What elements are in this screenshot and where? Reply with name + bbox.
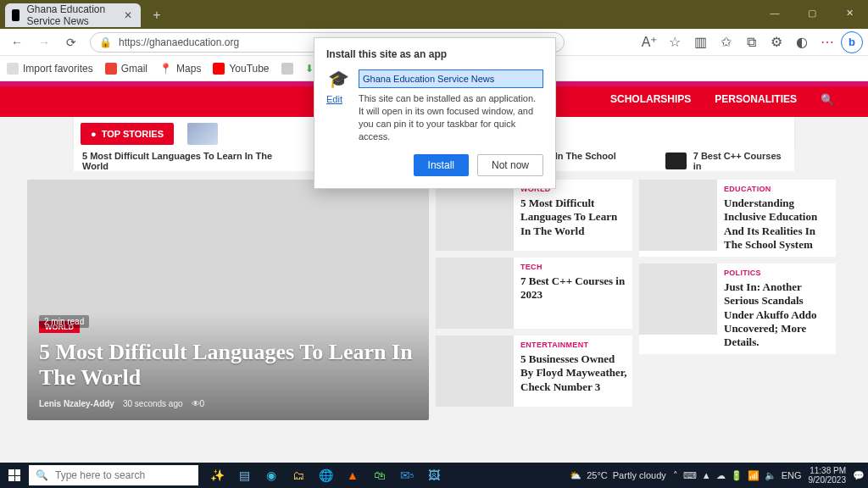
back-button[interactable]: ← [5,30,29,54]
card-thumb [639,180,717,251]
dialog-title: Install this site as an app [326,48,543,60]
card-title: 5 Most Difficult Languages To Learn In T… [520,197,627,238]
article-card[interactable]: WORLD5 Most Difficult Languages To Learn… [436,180,632,251]
store-icon[interactable]: 🛍 [368,463,392,488]
bookmark-import-favorites[interactable]: Import favorites [7,63,93,75]
clock-date: 9/20/2023 [809,475,847,485]
mail-icon[interactable]: ✉5 [395,463,419,488]
hero-meta: Lenis Nzaley-Addy 30 seconds ago 👁0 [39,399,417,408]
collections-icon[interactable]: ⧉ [739,30,763,54]
weather-icon: ⛅ [570,470,581,481]
import-icon [7,63,19,75]
maps-icon: 📍 [159,63,172,75]
top-stories-badge: ● TOP STORIES [81,123,174,145]
maximize-button[interactable]: ▢ [793,0,831,25]
hero-article[interactable]: 2 min read WORLD 5 Most Difficult Langua… [27,180,429,420]
new-tab-button[interactable]: + [146,4,168,26]
card-thumb [436,258,514,329]
card-category: ENTERTAINMENT [520,341,627,349]
article-card[interactable]: EDUCATIONUnderstanding Inclusive Educati… [639,180,836,257]
card-category: TECH [520,263,627,271]
page-icon [281,63,293,75]
clock-time: 11:38 PM [809,466,847,475]
bookmark-maps[interactable]: 📍Maps [159,63,201,75]
search-placeholder: Type here to search [55,469,145,481]
refresh-button[interactable]: ⟳ [59,30,83,54]
hero-views: 👁0 [192,399,205,408]
weather-text: Partly cloudy [613,470,666,480]
onedrive-icon[interactable]: ▲ [702,470,711,480]
bookmark-gmail[interactable]: Gmail [105,63,147,75]
more-menu-icon[interactable]: ⋯ [815,30,839,54]
file-explorer-icon[interactable]: 🗂 [287,463,310,488]
card-thumb [436,180,514,251]
card-title: 7 Best C++ Courses in 2023 [520,274,627,302]
nav-personalities[interactable]: PERSONALITIES [715,93,797,105]
vlc-icon[interactable]: ▲ [341,463,364,488]
url-text: https://ghanaeducation.org [119,36,239,48]
article-column-1: WORLD5 Most Difficult Languages To Learn… [436,180,632,420]
network-icon[interactable]: 📶 [748,470,760,481]
not-now-button[interactable]: Not now [477,154,543,176]
reader-icon[interactable]: A⁺ [637,30,661,54]
weather-widget[interactable]: ⛅ 25°C Partly cloudy [570,470,666,481]
article-card[interactable]: ENTERTAINMENT5 Businesses Owned By Floyd… [436,336,632,407]
volume-icon[interactable]: 🔈 [765,470,776,481]
dot-icon: ● [91,129,97,139]
bing-chat-icon[interactable]: b [841,31,863,53]
bookmark-blank-1[interactable] [281,63,293,75]
profile-avatar[interactable]: ◐ [790,30,814,54]
task-view-icon[interactable]: ▤ [232,463,256,488]
windows-logo-icon [8,469,20,481]
app-icon: 🎓 [326,69,350,89]
window-titlebar: Ghana Education Service News ✕ + — ▢ ✕ [0,0,868,29]
copilot-icon[interactable]: ✨ [205,463,229,488]
taskbar-pinned-apps: ✨ ▤ ◉ 🗂 🌐 ▲ 🛍 ✉5 🖼 [205,463,446,488]
app-name-input[interactable]: Ghana Education Service News [359,69,543,88]
article-grid: 2 min read WORLD 5 Most Difficult Langua… [27,180,841,420]
nav-search-icon[interactable]: 🔍 [821,93,834,106]
article-card[interactable]: POLITICSJust In: Another Serious Scandal… [639,263,836,354]
card-category: POLITICS [724,269,831,277]
lock-icon: 🔒 [99,36,112,48]
weather-temp: 25°C [587,470,608,480]
hero-author: Lenis Nzaley-Addy [39,399,114,408]
card-thumb [639,263,717,335]
bookmark-youtube[interactable]: YouTube [213,63,269,75]
favorite-icon[interactable]: ☆ [663,30,687,54]
tray-chevron-icon[interactable]: ˄ [673,470,678,481]
install-app-dialog: Install this site as an app 🎓 Ghana Educ… [314,37,556,189]
language-indicator[interactable]: ENG [782,470,802,480]
keyboard-icon[interactable]: ⌨ [683,470,697,481]
ticker-thumb-dark [665,152,686,169]
forward-button: → [32,30,56,54]
taskbar-clock[interactable]: 11:38 PM 9/20/2023 [809,466,847,485]
action-center-icon[interactable]: 💬 [853,463,865,488]
article-card[interactable]: TECH7 Best C++ Courses in 2023 [436,258,632,329]
card-thumb [436,336,514,407]
minimize-button[interactable]: — [756,0,793,25]
ticker-headline-1[interactable]: 5 Most Difficult Languages To Learn In T… [82,151,287,171]
install-button[interactable]: Install [414,154,469,176]
chrome-icon[interactable]: 🌐 [314,463,337,488]
favorites-bar-icon[interactable]: ✩ [714,30,737,54]
edge-icon[interactable]: ◉ [259,463,283,488]
article-column-2: EDUCATIONUnderstanding Inclusive Educati… [639,180,836,420]
battery-icon[interactable]: 🔋 [731,470,743,481]
tab-favicon [12,9,19,21]
taskbar-search[interactable]: 🔍 Type here to search [29,465,198,485]
extension-icon[interactable]: ⚙ [765,30,788,54]
nav-scholarships[interactable]: SCHOLARSHIPS [610,93,691,105]
youtube-icon [213,63,225,75]
system-tray: ˄ ⌨ ▲ ☁ 🔋 📶 🔈 ENG [673,470,802,481]
start-button[interactable] [0,463,29,488]
cloud-icon[interactable]: ☁ [716,470,726,481]
window-close-button[interactable]: ✕ [831,0,868,25]
split-screen-icon[interactable]: ▥ [688,30,712,54]
photos-icon[interactable]: 🖼 [422,463,446,488]
browser-tab[interactable]: Ghana Education Service News ✕ [5,3,141,27]
ticker-item[interactable] [187,123,218,145]
tab-close-icon[interactable]: ✕ [124,9,132,21]
edit-link[interactable]: Edit [326,94,353,104]
ticker-headline-3[interactable]: 7 Best C++ Courses in [693,151,786,171]
